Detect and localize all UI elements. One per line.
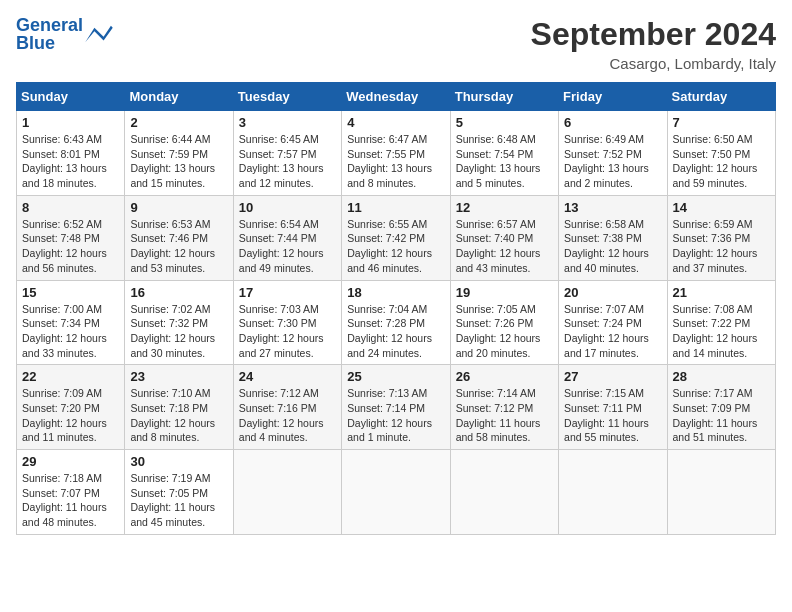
table-row: 22Sunrise: 7:09 AMSunset: 7:20 PMDayligh… xyxy=(17,365,125,450)
col-wednesday: Wednesday xyxy=(342,83,450,111)
calendar-week-row: 22Sunrise: 7:09 AMSunset: 7:20 PMDayligh… xyxy=(17,365,776,450)
day-detail: Sunrise: 6:48 AMSunset: 7:54 PMDaylight:… xyxy=(456,132,553,191)
table-row: 18Sunrise: 7:04 AMSunset: 7:28 PMDayligh… xyxy=(342,280,450,365)
table-row: 3Sunrise: 6:45 AMSunset: 7:57 PMDaylight… xyxy=(233,111,341,196)
table-row: 8Sunrise: 6:52 AMSunset: 7:48 PMDaylight… xyxy=(17,195,125,280)
day-number: 30 xyxy=(130,454,227,469)
day-detail: Sunrise: 6:54 AMSunset: 7:44 PMDaylight:… xyxy=(239,217,336,276)
day-number: 12 xyxy=(456,200,553,215)
table-row: 7Sunrise: 6:50 AMSunset: 7:50 PMDaylight… xyxy=(667,111,775,196)
table-row: 16Sunrise: 7:02 AMSunset: 7:32 PMDayligh… xyxy=(125,280,233,365)
table-row: 14Sunrise: 6:59 AMSunset: 7:36 PMDayligh… xyxy=(667,195,775,280)
day-detail: Sunrise: 7:19 AMSunset: 7:05 PMDaylight:… xyxy=(130,471,227,530)
day-detail: Sunrise: 7:04 AMSunset: 7:28 PMDaylight:… xyxy=(347,302,444,361)
calendar-table: Sunday Monday Tuesday Wednesday Thursday… xyxy=(16,82,776,535)
calendar-week-row: 15Sunrise: 7:00 AMSunset: 7:34 PMDayligh… xyxy=(17,280,776,365)
day-detail: Sunrise: 7:14 AMSunset: 7:12 PMDaylight:… xyxy=(456,386,553,445)
table-row: 9Sunrise: 6:53 AMSunset: 7:46 PMDaylight… xyxy=(125,195,233,280)
logo-general: General xyxy=(16,15,83,35)
day-number: 14 xyxy=(673,200,770,215)
table-row: 23Sunrise: 7:10 AMSunset: 7:18 PMDayligh… xyxy=(125,365,233,450)
day-number: 4 xyxy=(347,115,444,130)
day-detail: Sunrise: 7:00 AMSunset: 7:34 PMDaylight:… xyxy=(22,302,119,361)
day-number: 29 xyxy=(22,454,119,469)
day-number: 24 xyxy=(239,369,336,384)
logo-icon xyxy=(85,24,113,46)
day-detail: Sunrise: 6:55 AMSunset: 7:42 PMDaylight:… xyxy=(347,217,444,276)
day-detail: Sunrise: 7:05 AMSunset: 7:26 PMDaylight:… xyxy=(456,302,553,361)
day-number: 13 xyxy=(564,200,661,215)
day-number: 2 xyxy=(130,115,227,130)
table-row: 12Sunrise: 6:57 AMSunset: 7:40 PMDayligh… xyxy=(450,195,558,280)
location: Casargo, Lombardy, Italy xyxy=(531,55,776,72)
day-detail: Sunrise: 7:08 AMSunset: 7:22 PMDaylight:… xyxy=(673,302,770,361)
day-detail: Sunrise: 6:49 AMSunset: 7:52 PMDaylight:… xyxy=(564,132,661,191)
day-number: 18 xyxy=(347,285,444,300)
day-number: 28 xyxy=(673,369,770,384)
calendar-week-row: 8Sunrise: 6:52 AMSunset: 7:48 PMDaylight… xyxy=(17,195,776,280)
day-number: 5 xyxy=(456,115,553,130)
table-row xyxy=(450,450,558,535)
day-number: 11 xyxy=(347,200,444,215)
table-row: 11Sunrise: 6:55 AMSunset: 7:42 PMDayligh… xyxy=(342,195,450,280)
day-number: 10 xyxy=(239,200,336,215)
calendar-week-row: 1Sunrise: 6:43 AMSunset: 8:01 PMDaylight… xyxy=(17,111,776,196)
col-sunday: Sunday xyxy=(17,83,125,111)
table-row: 1Sunrise: 6:43 AMSunset: 8:01 PMDaylight… xyxy=(17,111,125,196)
table-row: 5Sunrise: 6:48 AMSunset: 7:54 PMDaylight… xyxy=(450,111,558,196)
day-detail: Sunrise: 7:09 AMSunset: 7:20 PMDaylight:… xyxy=(22,386,119,445)
day-detail: Sunrise: 6:43 AMSunset: 8:01 PMDaylight:… xyxy=(22,132,119,191)
day-detail: Sunrise: 6:58 AMSunset: 7:38 PMDaylight:… xyxy=(564,217,661,276)
table-row: 30Sunrise: 7:19 AMSunset: 7:05 PMDayligh… xyxy=(125,450,233,535)
day-number: 25 xyxy=(347,369,444,384)
day-detail: Sunrise: 6:45 AMSunset: 7:57 PMDaylight:… xyxy=(239,132,336,191)
day-number: 19 xyxy=(456,285,553,300)
day-detail: Sunrise: 6:57 AMSunset: 7:40 PMDaylight:… xyxy=(456,217,553,276)
day-detail: Sunrise: 7:15 AMSunset: 7:11 PMDaylight:… xyxy=(564,386,661,445)
table-row xyxy=(559,450,667,535)
day-detail: Sunrise: 7:02 AMSunset: 7:32 PMDaylight:… xyxy=(130,302,227,361)
day-detail: Sunrise: 7:07 AMSunset: 7:24 PMDaylight:… xyxy=(564,302,661,361)
day-detail: Sunrise: 6:52 AMSunset: 7:48 PMDaylight:… xyxy=(22,217,119,276)
col-friday: Friday xyxy=(559,83,667,111)
table-row: 26Sunrise: 7:14 AMSunset: 7:12 PMDayligh… xyxy=(450,365,558,450)
col-saturday: Saturday xyxy=(667,83,775,111)
day-number: 26 xyxy=(456,369,553,384)
table-row xyxy=(667,450,775,535)
day-number: 9 xyxy=(130,200,227,215)
day-detail: Sunrise: 6:53 AMSunset: 7:46 PMDaylight:… xyxy=(130,217,227,276)
table-row: 10Sunrise: 6:54 AMSunset: 7:44 PMDayligh… xyxy=(233,195,341,280)
table-row: 21Sunrise: 7:08 AMSunset: 7:22 PMDayligh… xyxy=(667,280,775,365)
table-row: 2Sunrise: 6:44 AMSunset: 7:59 PMDaylight… xyxy=(125,111,233,196)
day-detail: Sunrise: 7:03 AMSunset: 7:30 PMDaylight:… xyxy=(239,302,336,361)
day-detail: Sunrise: 7:10 AMSunset: 7:18 PMDaylight:… xyxy=(130,386,227,445)
table-row: 24Sunrise: 7:12 AMSunset: 7:16 PMDayligh… xyxy=(233,365,341,450)
table-row xyxy=(342,450,450,535)
day-detail: Sunrise: 6:47 AMSunset: 7:55 PMDaylight:… xyxy=(347,132,444,191)
calendar-header-row: Sunday Monday Tuesday Wednesday Thursday… xyxy=(17,83,776,111)
logo-blue: Blue xyxy=(16,33,55,53)
col-tuesday: Tuesday xyxy=(233,83,341,111)
table-row xyxy=(233,450,341,535)
table-row: 29Sunrise: 7:18 AMSunset: 7:07 PMDayligh… xyxy=(17,450,125,535)
table-row: 20Sunrise: 7:07 AMSunset: 7:24 PMDayligh… xyxy=(559,280,667,365)
logo-text: General Blue xyxy=(16,16,83,52)
day-detail: Sunrise: 7:13 AMSunset: 7:14 PMDaylight:… xyxy=(347,386,444,445)
col-monday: Monday xyxy=(125,83,233,111)
day-number: 15 xyxy=(22,285,119,300)
day-number: 6 xyxy=(564,115,661,130)
day-number: 17 xyxy=(239,285,336,300)
table-row: 17Sunrise: 7:03 AMSunset: 7:30 PMDayligh… xyxy=(233,280,341,365)
table-row: 27Sunrise: 7:15 AMSunset: 7:11 PMDayligh… xyxy=(559,365,667,450)
day-number: 27 xyxy=(564,369,661,384)
col-thursday: Thursday xyxy=(450,83,558,111)
table-row: 28Sunrise: 7:17 AMSunset: 7:09 PMDayligh… xyxy=(667,365,775,450)
table-row: 19Sunrise: 7:05 AMSunset: 7:26 PMDayligh… xyxy=(450,280,558,365)
day-number: 8 xyxy=(22,200,119,215)
day-number: 7 xyxy=(673,115,770,130)
day-number: 3 xyxy=(239,115,336,130)
day-detail: Sunrise: 7:18 AMSunset: 7:07 PMDaylight:… xyxy=(22,471,119,530)
page-header: General Blue September 2024 Casargo, Lom… xyxy=(16,16,776,72)
svg-marker-0 xyxy=(85,26,113,43)
day-detail: Sunrise: 6:44 AMSunset: 7:59 PMDaylight:… xyxy=(130,132,227,191)
